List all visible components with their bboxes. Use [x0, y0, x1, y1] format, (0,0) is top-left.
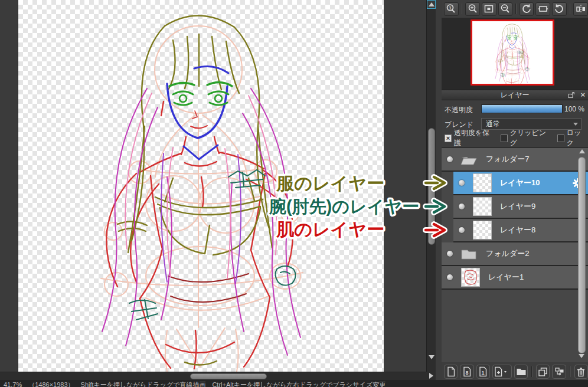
checkbox-unchecked-icon [501, 135, 508, 142]
navigator-toolbar: 1 [442, 1, 588, 17]
layer-toolbar: 8 1 [442, 363, 588, 380]
visibility-dot[interactable] [447, 274, 453, 280]
new-folder-button[interactable] [514, 365, 528, 379]
layer-panel-title: レイヤー [442, 90, 588, 100]
merge-layer-button[interactable] [552, 365, 566, 379]
triangle-right-icon [429, 373, 433, 379]
zoom-out-button[interactable] [498, 2, 513, 16]
checkbox-unchecked-icon [557, 135, 564, 142]
zoom-out-icon [500, 4, 511, 14]
layer-row-folder7[interactable]: フォルダー7 [442, 148, 588, 172]
zoom-in-icon [468, 4, 478, 14]
canvas-horizontal-scrollbar[interactable] [0, 372, 436, 380]
annotation-arrow-arm [423, 198, 450, 215]
layer-name: レイヤー1 [488, 272, 524, 283]
visibility-dot[interactable] [447, 156, 453, 162]
protect-alpha-checkbox[interactable]: × 透明度を保護 [445, 128, 493, 148]
new-layer-button[interactable] [444, 365, 458, 379]
status-text: 41.7% （1486×1983） Shiftキーを押しながらドラッグで直線描画… [4, 381, 588, 387]
layer-panel-header: レイヤー × [442, 90, 588, 100]
layer-name: レイヤー10 [500, 178, 540, 188]
layer-name: フォルダー7 [486, 154, 529, 165]
layer-list-scroll-thumb[interactable] [578, 157, 586, 353]
navigator-panel [442, 18, 588, 90]
add-layer-menu-button[interactable] [492, 365, 512, 379]
flip-horizontal-button[interactable] [573, 2, 588, 16]
status-bar: 41.7% （1486×1983） Shiftキーを押しながらドラッグで直線描画… [0, 380, 588, 387]
close-icon[interactable]: × [580, 90, 585, 100]
popout-icon[interactable] [568, 92, 575, 99]
layer-name: フォルダー2 [486, 248, 529, 259]
horizontal-scroll-thumb[interactable] [190, 373, 267, 379]
layer-name: レイヤー8 [500, 225, 535, 235]
new-8bit-layer-icon: 8 [462, 366, 472, 377]
new-1bit-layer-button[interactable]: 1 [476, 365, 490, 379]
layer-list: フォルダー7 レイヤー10 レイヤー9 レイヤー8 [442, 147, 588, 362]
triangle-up-icon[interactable] [579, 149, 585, 153]
layer-row-layer10[interactable]: レイヤー10 [453, 172, 588, 195]
layer-list-scrollbar[interactable] [577, 148, 587, 362]
opacity-value: 100 % [562, 105, 584, 113]
layer-thumbnail [473, 197, 492, 216]
visibility-dot[interactable] [447, 251, 453, 257]
trash-icon [576, 367, 586, 377]
svg-text:1: 1 [449, 5, 452, 11]
toolbar-separator [515, 4, 517, 14]
layer-row-layer8[interactable]: レイヤー8 [453, 219, 588, 242]
zoom-in-button[interactable] [465, 2, 480, 16]
chevron-down-icon [573, 123, 578, 126]
opacity-slider[interactable] [481, 104, 563, 113]
visibility-dot[interactable] [459, 227, 465, 233]
toolbar-separator [570, 366, 571, 377]
layer-row-layer9[interactable]: レイヤー9 [453, 195, 588, 219]
new-8bit-layer-button[interactable]: 8 [460, 365, 473, 379]
duplicate-layer-button[interactable] [536, 365, 550, 379]
annotation-arrow-clothes [423, 175, 450, 191]
paint-app-window: { "colors": { "selected_layer_bg": "#55a… [0, 0, 588, 387]
scroll-up-button[interactable] [427, 0, 436, 9]
protect-alpha-label: 透明度を保護 [454, 128, 493, 148]
visibility-dot[interactable] [459, 180, 465, 186]
clipping-checkbox[interactable]: クリッピング [501, 128, 550, 148]
lock-label: ロック [567, 128, 586, 148]
annotation-arrow-skin [423, 222, 450, 238]
character-sketch [18, 0, 384, 372]
new-layer-icon [446, 366, 456, 377]
layer-row-layer1[interactable]: レイヤー1 [442, 266, 588, 290]
layer-thumbnail [473, 221, 492, 240]
drawing-canvas[interactable] [18, 0, 384, 372]
toolbar-separator [462, 4, 463, 14]
toolbar-separator [531, 366, 533, 377]
rotate-ccw-button[interactable] [520, 2, 534, 16]
triangle-up-icon [429, 2, 435, 6]
zoom-100-icon: 1 [446, 4, 456, 14]
flip-horizontal-icon [576, 4, 586, 14]
canvas-area [0, 0, 426, 372]
new-folder-icon [516, 367, 527, 376]
checkbox-checked-icon: × [445, 135, 452, 142]
rotate-cw-icon [554, 4, 564, 14]
rotate-ccw-icon [521, 4, 532, 14]
new-1bit-layer-icon: 1 [478, 366, 488, 377]
rotate-cw-button[interactable] [552, 2, 567, 16]
layer-options-row: × 透明度を保護 クリッピング ロック [445, 133, 586, 143]
fit-to-screen-button[interactable] [482, 2, 496, 16]
triangle-down-icon[interactable] [579, 354, 584, 358]
delete-layer-button[interactable] [574, 365, 588, 379]
navigator-sketch-preview [472, 21, 553, 84]
scroll-down-button[interactable] [427, 353, 436, 361]
reset-rotation-button[interactable] [535, 2, 550, 16]
lock-checkbox[interactable]: ロック [557, 128, 586, 148]
zoom-100-button[interactable]: 1 [444, 2, 459, 16]
navigator-thumbnail[interactable] [471, 19, 554, 86]
right-panel: 1 [442, 0, 588, 380]
svg-text:1: 1 [482, 370, 485, 376]
clipping-label: クリッピング [510, 128, 550, 148]
fit-to-screen-icon [484, 4, 494, 14]
visibility-dot[interactable] [459, 204, 465, 209]
layer-name: レイヤー9 [500, 201, 535, 212]
toolbar-separator [570, 4, 571, 14]
scroll-right-button[interactable] [426, 372, 436, 380]
folder-open-icon [460, 153, 478, 166]
layer-row-folder2[interactable]: フォルダー2 [442, 242, 588, 266]
